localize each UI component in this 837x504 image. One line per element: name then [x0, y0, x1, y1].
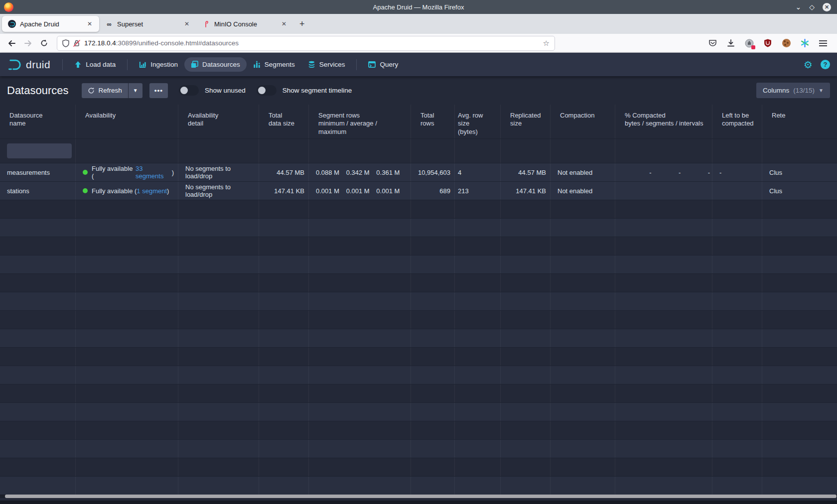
url-bar[interactable]: 172.18.0.4:30899/unified-console.html#da… — [57, 36, 555, 51]
browser-toolbar: 172.18.0.4:30899/unified-console.html#da… — [0, 34, 837, 53]
col-header-pct-compacted[interactable]: % Compacted bytes / segments / intervals — [615, 105, 712, 138]
extension-badge — [751, 45, 755, 49]
col-header-left-to-be-compacted[interactable]: Left to be compacted — [712, 105, 762, 138]
col-header-compaction[interactable]: Compaction — [551, 105, 615, 138]
tab-close-icon[interactable]: ✕ — [182, 19, 191, 28]
tab-apache-druid[interactable]: Apache Druid ✕ — [2, 16, 99, 32]
col-header-datasource-name[interactable]: Datasource name — [0, 105, 76, 138]
scrollbar-thumb[interactable] — [5, 495, 837, 498]
table-row-measurements[interactable]: measurements Fully available (33 segment… — [0, 163, 837, 182]
empty-table-row — [0, 200, 837, 219]
datasource-name-cell[interactable]: stations — [0, 182, 76, 200]
show-unused-toggle[interactable] — [179, 85, 199, 96]
druid-nav-bar: druid Load data Ingestion Datasources Se… — [0, 53, 837, 76]
show-segment-timeline-label: Show segment timeline — [282, 87, 352, 94]
nav-item-datasources[interactable]: Datasources — [184, 57, 247, 72]
datasource-name-cell[interactable]: measurements — [0, 163, 76, 181]
tab-label: Apache Druid — [20, 20, 81, 28]
tab-close-icon[interactable]: ✕ — [85, 19, 94, 28]
datasource-name-filter-input[interactable] — [7, 143, 72, 158]
table-header-row: Datasource name Availability Availabilit… — [0, 105, 837, 139]
col-header-segment-rows[interactable]: Segment rows minimum / average / maximum — [309, 105, 411, 138]
tab-superset[interactable]: ∞ Superset ✕ — [99, 16, 196, 32]
segments-link[interactable]: 1 segment — [137, 187, 167, 195]
new-tab-button[interactable]: + — [293, 19, 311, 29]
empty-table-row — [0, 458, 837, 477]
druid-brand[interactable]: druid — [7, 58, 50, 71]
query-icon — [368, 61, 376, 68]
columns-button[interactable]: Columns (13/15) ▼ — [756, 83, 830, 98]
segments-link[interactable]: 33 segments — [136, 165, 172, 180]
total-rows-cell: 10,954,603 — [411, 163, 455, 181]
replicated-size-cell: 44.57 MB — [501, 163, 551, 181]
url-path: :30899/unified-console.html#datasources — [116, 39, 239, 47]
close-button[interactable]: ✕ — [823, 3, 831, 11]
settings-gear-icon[interactable]: ⚙ — [804, 60, 813, 70]
extension-icon[interactable] — [744, 38, 754, 48]
tab-minio-console[interactable]: MinIO Console ✕ — [196, 16, 293, 32]
available-status-icon — [83, 170, 88, 175]
menu-icon[interactable] — [818, 38, 828, 48]
chevron-down-icon: ▼ — [819, 88, 824, 93]
nav-item-load-data[interactable]: Load data — [68, 57, 122, 72]
tracking-shield-icon[interactable] — [62, 39, 69, 47]
refresh-button[interactable]: Refresh — [82, 83, 128, 98]
retention-cell: Clus — [762, 182, 837, 200]
nav-item-query[interactable]: Query — [362, 57, 405, 72]
downloads-icon[interactable] — [726, 38, 736, 48]
col-header-retention[interactable]: Rete — [762, 105, 837, 138]
cookie-icon[interactable] — [781, 38, 791, 48]
total-data-size-cell: 147.41 KB — [259, 182, 309, 200]
col-header-availability[interactable]: Availability — [76, 105, 178, 138]
nav-item-ingestion[interactable]: Ingestion — [133, 57, 184, 72]
col-header-avg-row-size[interactable]: Avg. row size (bytes) — [455, 105, 501, 138]
page-title: Datasources — [7, 84, 69, 97]
forward-icon[interactable] — [21, 36, 35, 50]
back-icon[interactable] — [5, 36, 19, 50]
pct-compacted-cell: - - - — [615, 163, 712, 181]
avg-row-size-cell: 213 — [455, 182, 501, 200]
col-header-total-data-size[interactable]: Total data size — [259, 105, 309, 138]
segments-icon — [253, 61, 261, 68]
more-actions-button[interactable]: ••• — [149, 83, 168, 98]
tab-label: Superset — [117, 20, 178, 28]
col-header-replicated-size[interactable]: Replicated size — [501, 105, 551, 138]
asterisk-extension-icon[interactable] — [800, 38, 810, 48]
nav-item-services[interactable]: Services — [301, 57, 352, 72]
maximize-button[interactable]: ◇ — [809, 3, 815, 10]
empty-table-row — [0, 311, 837, 329]
avg-row-size-cell: 4 — [455, 163, 501, 181]
empty-table-row — [0, 384, 837, 403]
empty-table-row — [0, 237, 837, 255]
segment-rows-cell: 0.001 M 0.001 M 0.001 M — [309, 182, 411, 200]
refresh-dropdown-button[interactable]: ▼ — [129, 83, 142, 98]
pocket-icon[interactable] — [707, 38, 717, 48]
ublock-icon[interactable] — [763, 38, 773, 48]
load-data-icon — [74, 61, 82, 68]
left-to-compact-cell — [712, 182, 762, 200]
compaction-cell: Not enabled — [551, 163, 615, 181]
horizontal-scrollbar[interactable] — [0, 495, 837, 498]
bookmark-star-icon[interactable]: ☆ — [543, 39, 550, 48]
empty-table-row — [0, 421, 837, 440]
help-icon[interactable]: ? — [821, 60, 830, 69]
nav-item-segments[interactable]: Segments — [247, 57, 301, 72]
empty-table-row — [0, 348, 837, 366]
datasources-icon — [191, 61, 198, 68]
tab-strip: Apache Druid ✕ ∞ Superset ✕ MinIO Consol… — [0, 14, 837, 34]
table-row-stations[interactable]: stations Fully available (1 segment) No … — [0, 182, 837, 200]
show-segment-timeline-toggle[interactable] — [257, 85, 277, 96]
reload-icon[interactable] — [37, 36, 51, 50]
col-header-total-rows[interactable]: Total rows — [411, 105, 455, 138]
window-titlebar: Apache Druid — Mozilla Firefox ⌄ ◇ ✕ — [0, 0, 837, 14]
minio-favicon-icon — [202, 20, 210, 28]
druid-favicon-icon — [8, 20, 16, 28]
col-header-availability-detail[interactable]: Availability detail — [178, 105, 259, 138]
insecure-lock-icon[interactable] — [73, 39, 80, 47]
minimize-button[interactable]: ⌄ — [795, 3, 801, 10]
tab-close-icon[interactable]: ✕ — [279, 19, 288, 28]
availability-cell: Fully available (1 segment) — [76, 182, 178, 200]
left-to-compact-cell: - — [712, 163, 762, 181]
empty-table-row — [0, 366, 837, 384]
nav-divider — [127, 59, 128, 70]
